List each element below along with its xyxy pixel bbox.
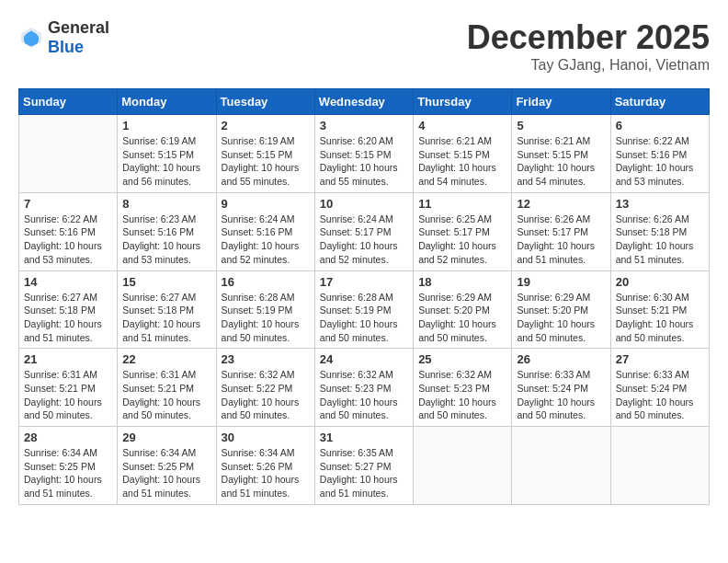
calendar-cell: 21Sunrise: 6:31 AM Sunset: 5:21 PM Dayli… — [19, 349, 118, 427]
col-header-friday: Friday — [512, 89, 610, 115]
calendar-cell: 16Sunrise: 6:28 AM Sunset: 5:19 PM Dayli… — [216, 270, 314, 349]
day-info: Sunrise: 6:34 AM Sunset: 5:25 PM Dayligh… — [24, 446, 112, 500]
calendar-table: SundayMondayTuesdayWednesdayThursdayFrid… — [18, 88, 710, 505]
day-info: Sunrise: 6:33 AM Sunset: 5:24 PM Dayligh… — [517, 368, 605, 422]
calendar-cell: 27Sunrise: 6:33 AM Sunset: 5:24 PM Dayli… — [610, 349, 709, 427]
calendar-cell — [610, 427, 709, 505]
calendar-cell: 18Sunrise: 6:29 AM Sunset: 5:20 PM Dayli… — [414, 270, 512, 349]
day-info: Sunrise: 6:21 AM Sunset: 5:15 PM Dayligh… — [517, 134, 605, 189]
day-info: Sunrise: 6:22 AM Sunset: 5:16 PM Dayligh… — [616, 134, 704, 189]
day-number: 16 — [222, 275, 310, 289]
day-number: 1 — [122, 119, 210, 132]
day-number: 31 — [320, 431, 408, 444]
day-number: 10 — [320, 197, 408, 211]
calendar-cell: 7Sunrise: 6:22 AM Sunset: 5:16 PM Daylig… — [19, 192, 118, 270]
day-info: Sunrise: 6:34 AM Sunset: 5:25 PM Dayligh… — [122, 446, 210, 500]
calendar-cell: 1Sunrise: 6:19 AM Sunset: 5:15 PM Daylig… — [118, 115, 216, 193]
day-number: 27 — [616, 352, 704, 366]
day-info: Sunrise: 6:19 AM Sunset: 5:15 PM Dayligh… — [122, 134, 210, 189]
day-info: Sunrise: 6:31 AM Sunset: 5:21 PM Dayligh… — [24, 368, 112, 422]
day-info: Sunrise: 6:32 AM Sunset: 5:23 PM Dayligh… — [320, 368, 408, 422]
calendar-cell — [512, 427, 610, 505]
calendar-week-1: 1Sunrise: 6:19 AM Sunset: 5:15 PM Daylig… — [19, 115, 710, 193]
day-number: 4 — [418, 119, 506, 132]
day-number: 14 — [24, 275, 112, 289]
day-number: 18 — [418, 275, 506, 289]
calendar-cell: 31Sunrise: 6:35 AM Sunset: 5:27 PM Dayli… — [314, 427, 413, 505]
calendar-header-row: SundayMondayTuesdayWednesdayThursdayFrid… — [19, 89, 710, 115]
calendar-cell: 30Sunrise: 6:34 AM Sunset: 5:26 PM Dayli… — [216, 427, 314, 505]
calendar-cell — [414, 427, 512, 505]
day-info: Sunrise: 6:28 AM Sunset: 5:19 PM Dayligh… — [320, 291, 408, 345]
calendar-cell: 15Sunrise: 6:27 AM Sunset: 5:18 PM Dayli… — [118, 270, 216, 349]
day-info: Sunrise: 6:24 AM Sunset: 5:16 PM Dayligh… — [222, 213, 310, 267]
day-number: 5 — [517, 119, 605, 132]
logo-text-blue: Blue — [48, 38, 84, 56]
logo-icon — [18, 25, 44, 51]
day-info: Sunrise: 6:19 AM Sunset: 5:15 PM Dayligh… — [222, 134, 310, 189]
day-number: 12 — [517, 197, 605, 211]
calendar-cell: 6Sunrise: 6:22 AM Sunset: 5:16 PM Daylig… — [610, 115, 709, 193]
calendar-cell: 24Sunrise: 6:32 AM Sunset: 5:23 PM Dayli… — [314, 349, 413, 427]
day-number: 6 — [616, 119, 704, 132]
calendar-cell: 12Sunrise: 6:26 AM Sunset: 5:17 PM Dayli… — [512, 192, 610, 270]
day-number: 26 — [517, 352, 605, 366]
calendar-cell: 2Sunrise: 6:19 AM Sunset: 5:15 PM Daylig… — [216, 115, 314, 193]
col-header-saturday: Saturday — [610, 89, 709, 115]
day-number: 8 — [122, 197, 210, 211]
calendar-cell: 28Sunrise: 6:34 AM Sunset: 5:25 PM Dayli… — [19, 427, 118, 505]
day-number: 24 — [320, 352, 408, 366]
logo: General Blue — [18, 18, 109, 57]
calendar-cell: 17Sunrise: 6:28 AM Sunset: 5:19 PM Dayli… — [314, 270, 413, 349]
calendar-week-4: 21Sunrise: 6:31 AM Sunset: 5:21 PM Dayli… — [19, 349, 710, 427]
page-header: General Blue December 2025 Tay GJang, Ha… — [18, 18, 710, 74]
day-info: Sunrise: 6:34 AM Sunset: 5:26 PM Dayligh… — [222, 446, 310, 500]
calendar-cell: 19Sunrise: 6:29 AM Sunset: 5:20 PM Dayli… — [512, 270, 610, 349]
col-header-sunday: Sunday — [19, 89, 118, 115]
calendar-cell: 14Sunrise: 6:27 AM Sunset: 5:18 PM Dayli… — [19, 270, 118, 349]
col-header-thursday: Thursday — [414, 89, 512, 115]
day-info: Sunrise: 6:28 AM Sunset: 5:19 PM Dayligh… — [222, 291, 310, 345]
calendar-cell: 26Sunrise: 6:33 AM Sunset: 5:24 PM Dayli… — [512, 349, 610, 427]
day-info: Sunrise: 6:23 AM Sunset: 5:16 PM Dayligh… — [122, 213, 210, 267]
col-header-wednesday: Wednesday — [314, 89, 413, 115]
day-info: Sunrise: 6:24 AM Sunset: 5:17 PM Dayligh… — [320, 213, 408, 267]
calendar-cell: 4Sunrise: 6:21 AM Sunset: 5:15 PM Daylig… — [414, 115, 512, 193]
day-number: 20 — [616, 275, 704, 289]
day-info: Sunrise: 6:20 AM Sunset: 5:15 PM Dayligh… — [320, 134, 408, 189]
day-info: Sunrise: 6:21 AM Sunset: 5:15 PM Dayligh… — [418, 134, 506, 189]
day-number: 13 — [616, 197, 704, 211]
calendar-cell: 9Sunrise: 6:24 AM Sunset: 5:16 PM Daylig… — [216, 192, 314, 270]
calendar-cell: 23Sunrise: 6:32 AM Sunset: 5:22 PM Dayli… — [216, 349, 314, 427]
day-info: Sunrise: 6:27 AM Sunset: 5:18 PM Dayligh… — [122, 291, 210, 345]
day-number: 2 — [222, 119, 310, 132]
day-info: Sunrise: 6:30 AM Sunset: 5:21 PM Dayligh… — [616, 291, 704, 345]
day-number: 17 — [320, 275, 408, 289]
day-info: Sunrise: 6:29 AM Sunset: 5:20 PM Dayligh… — [418, 291, 506, 345]
calendar-week-2: 7Sunrise: 6:22 AM Sunset: 5:16 PM Daylig… — [19, 192, 710, 270]
day-number: 25 — [418, 352, 506, 366]
calendar-cell: 20Sunrise: 6:30 AM Sunset: 5:21 PM Dayli… — [610, 270, 709, 349]
calendar-cell — [19, 115, 118, 193]
day-number: 15 — [122, 275, 210, 289]
calendar-cell: 10Sunrise: 6:24 AM Sunset: 5:17 PM Dayli… — [314, 192, 413, 270]
calendar-cell: 8Sunrise: 6:23 AM Sunset: 5:16 PM Daylig… — [118, 192, 216, 270]
calendar-cell: 29Sunrise: 6:34 AM Sunset: 5:25 PM Dayli… — [118, 427, 216, 505]
day-info: Sunrise: 6:32 AM Sunset: 5:23 PM Dayligh… — [418, 368, 506, 422]
day-info: Sunrise: 6:25 AM Sunset: 5:17 PM Dayligh… — [418, 213, 506, 267]
calendar-cell: 25Sunrise: 6:32 AM Sunset: 5:23 PM Dayli… — [414, 349, 512, 427]
day-number: 22 — [122, 352, 210, 366]
day-info: Sunrise: 6:27 AM Sunset: 5:18 PM Dayligh… — [24, 291, 112, 345]
day-info: Sunrise: 6:29 AM Sunset: 5:20 PM Dayligh… — [517, 291, 605, 345]
title-area: December 2025 Tay GJang, Hanoi, Vietnam — [467, 18, 710, 74]
calendar-cell: 5Sunrise: 6:21 AM Sunset: 5:15 PM Daylig… — [512, 115, 610, 193]
day-number: 19 — [517, 275, 605, 289]
day-number: 30 — [222, 431, 310, 444]
calendar-cell: 13Sunrise: 6:26 AM Sunset: 5:18 PM Dayli… — [610, 192, 709, 270]
day-number: 29 — [122, 431, 210, 444]
day-info: Sunrise: 6:32 AM Sunset: 5:22 PM Dayligh… — [222, 368, 310, 422]
day-info: Sunrise: 6:22 AM Sunset: 5:16 PM Dayligh… — [24, 213, 112, 267]
day-number: 28 — [24, 431, 112, 444]
calendar-cell: 11Sunrise: 6:25 AM Sunset: 5:17 PM Dayli… — [414, 192, 512, 270]
calendar-week-5: 28Sunrise: 6:34 AM Sunset: 5:25 PM Dayli… — [19, 427, 710, 505]
